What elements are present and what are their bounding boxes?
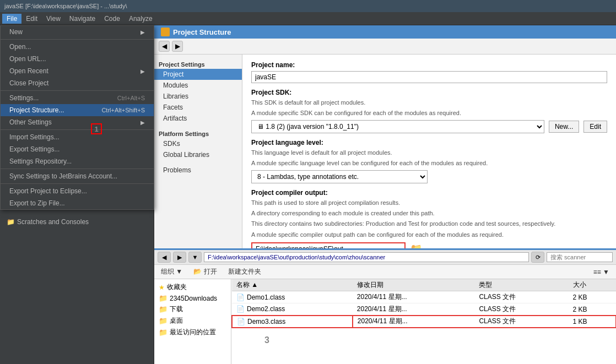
file-icon: 📄 (236, 294, 245, 301)
title-bar: javaSE [F:\idea\workspace\javaSE] - ...\… (0, 0, 616, 12)
menu-close-project[interactable]: Close Project (1, 77, 154, 89)
menu-analyze[interactable]: Analyze (125, 14, 157, 24)
annotation-3: 3 (264, 335, 269, 345)
menu-new[interactable]: New (1, 26, 154, 38)
file-icon: 📄 (237, 318, 245, 325)
open-btn[interactable]: 📂 打开 (191, 267, 219, 277)
browser-forward-btn[interactable]: ▶ (173, 252, 186, 263)
project-sdk-label: Project SDK: (251, 89, 607, 96)
table-row[interactable]: 📄Demo1.class 2020/4/11 星期... CLASS 文件 2 … (232, 291, 616, 303)
sidebar-artifacts[interactable]: Artifacts (154, 113, 242, 124)
main-layout: New Open... Open URL... Open Recent Clos… (0, 25, 616, 364)
compiler-desc2: A directory corresponding to each module… (251, 209, 607, 218)
browser-back-btn[interactable]: ◀ (158, 252, 171, 263)
menu-open[interactable]: Open... (1, 41, 154, 53)
menu-open-url[interactable]: Open URL... (1, 53, 154, 65)
sidebar-sdks[interactable]: SDKs (154, 138, 242, 149)
scratches-icon: 📁 (7, 218, 15, 226)
menu-settings[interactable]: Settings... Ctrl+Alt+S (1, 92, 154, 104)
menu-export-zip[interactable]: Export to Zip File... (1, 197, 154, 209)
menu-view[interactable]: View (42, 14, 65, 24)
menu-export-eclipse[interactable]: Export Project to Eclipse... (1, 185, 154, 197)
dialog-nav: ◀ ▶ (154, 39, 616, 55)
dialog-main-content: Project name: Project SDK: This SDK is d… (242, 55, 616, 248)
file-icon: 📄 (236, 305, 245, 313)
compiler-desc1: This path is used to store all project c… (251, 199, 607, 207)
sidebar-libraries[interactable]: Libraries (154, 91, 242, 102)
browser-up-btn[interactable]: ▼ (188, 252, 202, 263)
sidebar-global-libraries[interactable]: Global Libraries (154, 149, 242, 160)
new-folder-btn[interactable]: 新建文件夹 (226, 267, 263, 277)
separator-5 (1, 183, 154, 184)
menu-code[interactable]: Code (100, 14, 125, 24)
xiazai-folder-icon: 📁 (159, 305, 167, 313)
sdk-new-btn[interactable]: New... (549, 121, 579, 133)
lang-level-label: Project language level: (251, 139, 607, 146)
separator-4 (1, 169, 154, 169)
project-name-input[interactable] (251, 71, 607, 83)
browser-refresh-btn[interactable]: ⟳ (531, 252, 544, 263)
separator-1 (1, 39, 154, 40)
xiazai-item[interactable]: 📁 下载 (156, 303, 229, 315)
menu-export-settings[interactable]: Export Settings... (1, 143, 154, 155)
output-folder-btn[interactable]: 📁 (410, 243, 422, 248)
sidebar-facets[interactable]: Facets (154, 102, 242, 113)
lang-desc1: This language level is default for all p… (251, 149, 607, 157)
desktop-folder-icon: 📁 (159, 317, 167, 325)
browser-sidebar: ★ 收藏夹 📁 2345Downloads 📁 下载 📁 桌面 (154, 279, 231, 364)
sdk-desc1: This SDK is default for all project modu… (251, 99, 607, 107)
project-name-label: Project name: (251, 61, 607, 69)
right-panel: Project Structure ◀ ▶ Project Settings P… (154, 25, 616, 364)
sdk-row: 🖥 1.8 (2) (java version "1.8.0_11") New.… (251, 120, 607, 133)
platform-settings-header: Platform Settings (154, 128, 242, 138)
col-name[interactable]: 名称 ▲ (232, 279, 353, 291)
compiler-output-label: Project compiler output: (251, 189, 607, 197)
nav-forward-btn[interactable]: ▶ (172, 41, 183, 52)
menu-other-settings[interactable]: Other Settings (1, 116, 154, 128)
menu-open-recent[interactable]: Open Recent (1, 65, 154, 77)
recent-item[interactable]: 📁 最近访问的位置 (156, 327, 229, 338)
sdk-edit-btn[interactable]: Edit (583, 121, 607, 133)
sidebar-project[interactable]: Project (154, 69, 242, 80)
dialog-sidebar: Project Settings Project Modules Librari… (154, 55, 242, 248)
sdk-desc2: A module specific SDK can be configured … (251, 109, 607, 117)
browser-search-input[interactable] (547, 252, 613, 262)
title-bar-text: javaSE [F:\idea\workspace\javaSE] - ...\… (4, 3, 127, 9)
favorites-star-icon: ★ (159, 284, 165, 291)
sdk-select[interactable]: 🖥 1.8 (2) (java version "1.8.0_11") (251, 120, 544, 133)
menu-navigate[interactable]: Navigate (65, 14, 100, 24)
nav-back-btn[interactable]: ◀ (159, 41, 170, 52)
menu-import-settings[interactable]: Import Settings... (1, 131, 154, 143)
col-date[interactable]: 修改日期 (353, 279, 475, 291)
file-table: 名称 ▲ 修改日期 类型 大小 📄Demo1.class 2020/4/11 星… (231, 279, 616, 328)
lang-level-select[interactable]: 8 - Lambdas, type annotations etc. (251, 170, 428, 183)
file-browser: ◀ ▶ ▼ ⟳ 组织 ▼ 📂 打开 新建文件夹 ≡≡ ▼ ★ (154, 248, 616, 364)
browser-address-bar: ◀ ▶ ▼ ⟳ (154, 250, 616, 265)
menu-file[interactable]: File (2, 14, 21, 24)
scratches-item[interactable]: 📁 Scratches and Consoles (4, 217, 149, 227)
menu-edit[interactable]: Edit (21, 14, 42, 24)
menu-sync-settings[interactable]: Sync Settings to JetBrains Account... (1, 170, 154, 182)
separator-2 (1, 90, 154, 91)
col-size[interactable]: 大小 (569, 279, 616, 291)
desktop-item[interactable]: 📁 桌面 (156, 315, 229, 327)
sidebar-modules[interactable]: Modules (154, 80, 242, 91)
left-panel: New Open... Open URL... Open Recent Clos… (0, 25, 154, 364)
view-options-btn[interactable]: ≡≡ ▼ (591, 268, 612, 276)
table-row[interactable]: 📄Demo3.class 2020/4/11 星期... CLASS 文件 1 … (232, 316, 616, 328)
dialog-title-icon (161, 28, 170, 36)
compiler-desc3: This directory contains two subdirectori… (251, 220, 607, 228)
compiler-desc4: A module specific compiler output path c… (251, 231, 607, 239)
compiler-output-input[interactable] (251, 242, 406, 248)
organize-btn[interactable]: 组织 ▼ (159, 267, 185, 277)
sidebar-problems[interactable]: Problems (154, 165, 242, 176)
menu-settings-repo[interactable]: Settings Repository... (1, 155, 154, 167)
col-type[interactable]: 类型 (474, 279, 568, 291)
downloads-item[interactable]: 📁 2345Downloads (156, 293, 229, 303)
browser-address-input[interactable] (204, 252, 529, 262)
table-row[interactable]: 📄Demo2.class 2020/4/11 星期... CLASS 文件 2 … (232, 303, 616, 316)
file-dropdown-menu: New Open... Open URL... Open Recent Clos… (0, 25, 154, 210)
menu-bar: File Edit View Navigate Code Analyze (0, 12, 616, 25)
menu-project-structure[interactable]: Project Structure... Ctrl+Alt+Shift+S (1, 104, 154, 116)
browser-file-list: 名称 ▲ 修改日期 类型 大小 📄Demo1.class 2020/4/11 星… (231, 279, 616, 364)
